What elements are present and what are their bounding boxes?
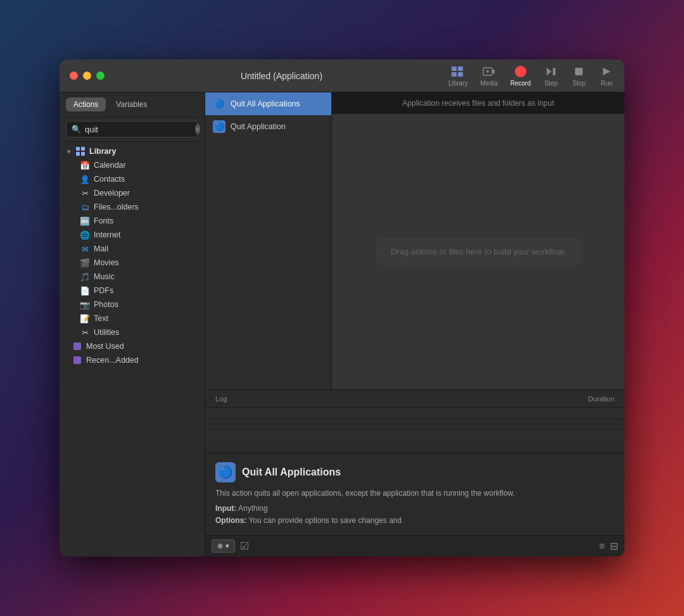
svg-marker-10 [603, 68, 611, 75]
middle-section: 🔵 Quit All Applications 🔵 Quit Applicati… [205, 92, 624, 389]
recently-added-icon [72, 355, 82, 365]
tree-item-text[interactable]: 📝 Text [62, 311, 202, 325]
log-header: Log Duration [205, 390, 624, 408]
automator-window: Untitled (Application) Library [60, 60, 624, 556]
detail-action-icon: 🔵 [215, 462, 236, 482]
pdfs-icon: 📄 [80, 286, 90, 296]
search-wrapper: 🔍 ✕ [66, 121, 198, 137]
footer: ⊕ ▾ ☑ ≡ ⊟ [205, 535, 624, 556]
tree-item-most-used[interactable]: Most Used [62, 339, 202, 353]
tree-pdfs-label: PDFs [94, 286, 113, 295]
svg-rect-14 [81, 152, 85, 156]
library-toolbar-button[interactable]: Library [448, 65, 468, 87]
close-button[interactable] [70, 72, 78, 80]
tab-variables[interactable]: Variables [108, 97, 155, 111]
tree-files-label: Files...olders [94, 203, 139, 211]
tree-utilities-label: Utilities [94, 328, 119, 337]
step-icon [543, 65, 559, 78]
input-value: Anything [238, 504, 268, 513]
toolbar: Library Media Record [448, 65, 614, 87]
fonts-icon: 🔤 [80, 216, 90, 226]
tab-actions[interactable]: Actions [66, 97, 106, 111]
stop-toolbar-button[interactable]: Stop [571, 65, 586, 87]
minimize-button[interactable] [83, 72, 91, 80]
tree-library-label: Library [89, 147, 116, 156]
tree-item-utilities[interactable]: ✂ Utilities [62, 325, 202, 339]
input-label: Input: [215, 504, 236, 513]
svg-rect-8 [553, 68, 555, 75]
workflow-header: Application receives files and folders a… [332, 92, 624, 114]
checkbox-button[interactable]: ☑ [240, 540, 249, 552]
step-toolbar-button[interactable]: Step [543, 65, 559, 87]
detail-header: 🔵 Quit All Applications [215, 462, 614, 482]
add-action-dropdown[interactable]: ⊕ ▾ [212, 539, 235, 553]
tree-item-files[interactable]: 🗂 Files...olders [62, 200, 202, 214]
list-view-icon: ≡ [599, 541, 605, 552]
record-label: Record [510, 80, 531, 87]
tree-item-pdfs[interactable]: 📄 PDFs [62, 284, 202, 298]
tree-fonts-label: Fonts [94, 217, 113, 225]
tree-item-calendar[interactable]: 📅 Calendar [62, 158, 202, 172]
stop-label: Stop [573, 80, 586, 87]
result-item-quit-app[interactable]: 🔵 Quit Application [205, 115, 331, 138]
run-icon [599, 65, 614, 78]
tree-recently-added-label: Recen...Added [86, 356, 139, 365]
library-icon [75, 146, 86, 156]
result-item-quit-all[interactable]: 🔵 Quit All Applications [205, 92, 331, 115]
window-title: Untitled (Application) [115, 71, 448, 81]
sidebar: Actions Variables 🔍 ✕ ▾ Lib [60, 92, 205, 556]
record-toolbar-button[interactable]: Record [510, 65, 531, 87]
options-value: You can provide options to save changes … [248, 516, 402, 525]
tree-item-photos[interactable]: 📷 Photos [62, 298, 202, 311]
internet-icon: 🌐 [80, 230, 90, 240]
tree-calendar-label: Calendar [94, 161, 126, 170]
log-column-header: Log [215, 395, 557, 403]
log-row [205, 419, 624, 431]
tree-item-recently-added[interactable]: Recen...Added [62, 353, 202, 367]
quit-app-icon: 🔵 [213, 120, 225, 133]
svg-point-6 [486, 70, 489, 73]
library-icon [450, 65, 466, 78]
search-clear-button[interactable]: ✕ [195, 124, 200, 134]
tree-item-internet[interactable]: 🌐 Internet [62, 228, 202, 242]
list-view-button[interactable]: ≡ [599, 541, 605, 552]
run-toolbar-button[interactable]: Run [599, 65, 614, 87]
log-area: Log Duration [205, 389, 624, 453]
movies-icon: 🎬 [80, 258, 90, 268]
workflow-area: Application receives files and folders a… [332, 92, 624, 389]
checkbox-icon: ☑ [240, 540, 249, 552]
step-label: Step [545, 80, 558, 87]
tree-item-contacts[interactable]: 👤 Contacts [62, 172, 202, 186]
workflow-placeholder-text: Drag actions or files here to build your… [376, 238, 581, 265]
run-label: Run [601, 80, 612, 87]
grid-view-button[interactable]: ⊟ [610, 540, 618, 552]
duration-column-header: Duration [557, 395, 614, 403]
tree-item-fonts[interactable]: 🔤 Fonts [62, 214, 202, 228]
workflow-canvas[interactable]: Drag actions or files here to build your… [332, 114, 624, 389]
media-toolbar-button[interactable]: Media [481, 65, 498, 87]
dropdown-chevron-icon: ▾ [225, 542, 229, 550]
maximize-button[interactable] [96, 72, 104, 80]
detail-panel: 🔵 Quit All Applications This action quit… [205, 453, 624, 535]
log-row [205, 442, 624, 453]
tree-item-music[interactable]: 🎵 Music [62, 270, 202, 284]
tree-item-movies[interactable]: 🎬 Movies [62, 256, 202, 270]
tree-item-library[interactable]: ▾ Library [62, 144, 202, 158]
mail-icon: ✉ [80, 244, 90, 254]
tree-item-mail[interactable]: ✉ Mail [62, 242, 202, 256]
tree-developer-label: Developer [94, 189, 130, 198]
quit-all-icon: 🔵 [213, 97, 225, 110]
svg-rect-13 [76, 152, 80, 156]
result-quit-app-label: Quit Application [231, 122, 286, 131]
most-used-icon [72, 341, 82, 351]
log-row [205, 408, 624, 419]
search-input[interactable] [85, 125, 191, 134]
sidebar-tree: ▾ Library 📅 Calendar 👤 Contacts ✂ [60, 142, 205, 556]
detail-meta: Input: Anything Options: You can provide… [215, 503, 614, 527]
tree-internet-label: Internet [94, 230, 120, 239]
grid-view-icon: ⊟ [610, 540, 618, 552]
search-bar: 🔍 ✕ [60, 117, 205, 142]
media-label: Media [481, 80, 498, 87]
tree-item-developer[interactable]: ✂ Developer [62, 186, 202, 200]
svg-rect-3 [458, 72, 463, 77]
